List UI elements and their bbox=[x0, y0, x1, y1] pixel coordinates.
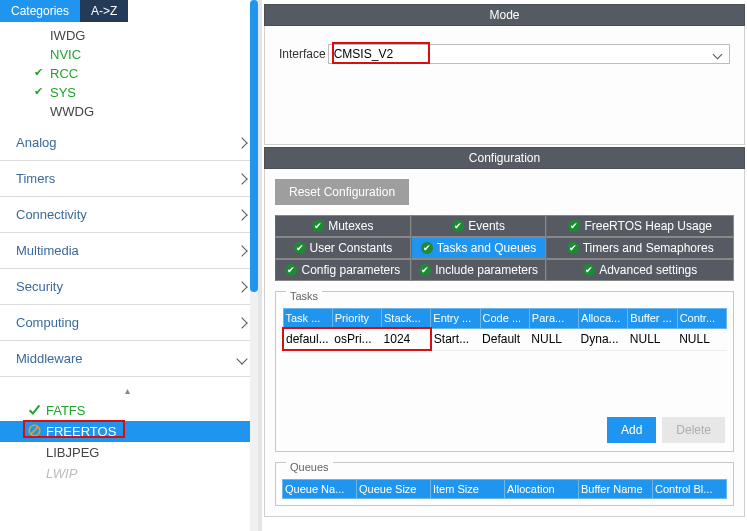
ok-icon: ✔ bbox=[285, 264, 297, 276]
cell-entry: Start... bbox=[431, 328, 480, 350]
ctab-label: Timers and Semaphores bbox=[583, 241, 714, 255]
section-analog[interactable]: Analog bbox=[0, 125, 254, 161]
section-label: Multimedia bbox=[16, 243, 79, 258]
interface-value: CMSIS_V2 bbox=[334, 47, 393, 61]
col-priority[interactable]: Priority bbox=[332, 309, 381, 329]
middleware-list: ▴ FATFS FREERTOS LIBJPEG LWIP bbox=[0, 377, 254, 484]
section-label: Analog bbox=[16, 135, 56, 150]
interface-select[interactable]: CMSIS_V2 bbox=[328, 44, 730, 64]
col-allocation[interactable]: Allocation bbox=[505, 480, 579, 499]
tab-user-constants[interactable]: ✔User Constants bbox=[275, 237, 411, 259]
chevron-right-icon bbox=[236, 209, 247, 220]
svg-line-1 bbox=[30, 426, 38, 434]
tasks-table: Task ... Priority Stack... Entry ... Cod… bbox=[282, 308, 727, 351]
col-queue-name[interactable]: Queue Na... bbox=[283, 480, 357, 499]
section-computing[interactable]: Computing bbox=[0, 305, 254, 341]
tab-advanced-settings[interactable]: ✔Advanced settings bbox=[546, 259, 734, 281]
section-label: Middleware bbox=[16, 351, 82, 366]
ctab-label: Config parameters bbox=[301, 263, 400, 277]
add-task-button[interactable]: Add bbox=[607, 417, 656, 443]
chevron-right-icon bbox=[236, 317, 247, 328]
chevron-right-icon bbox=[236, 245, 247, 256]
chevron-down-icon bbox=[236, 353, 247, 364]
tab-a-to-z[interactable]: A->Z bbox=[80, 0, 128, 22]
tab-mutexes[interactable]: ✔Mutexes bbox=[275, 215, 411, 237]
ctab-label: Include parameters bbox=[435, 263, 538, 277]
ctab-label: User Constants bbox=[310, 241, 393, 255]
tab-categories[interactable]: Categories bbox=[0, 0, 80, 22]
interface-label: Interface bbox=[279, 47, 326, 61]
queues-legend: Queues bbox=[286, 461, 333, 473]
scrollbar-thumb[interactable] bbox=[250, 0, 258, 292]
ok-icon: ✔ bbox=[567, 242, 579, 254]
reset-configuration-button[interactable]: Reset Configuration bbox=[275, 179, 409, 205]
categories-panel: Categories A->Z IWDG NVIC RCC SYS WWDG A… bbox=[0, 0, 262, 531]
ok-icon: ✔ bbox=[312, 220, 324, 232]
ctab-label: Mutexes bbox=[328, 219, 373, 233]
warn-circle-icon bbox=[28, 424, 41, 437]
mw-label: LWIP bbox=[46, 466, 77, 481]
ok-icon: ✔ bbox=[421, 242, 433, 254]
ctab-label: FreeRTOS Heap Usage bbox=[584, 219, 712, 233]
tree-item-wwdg[interactable]: WWDG bbox=[16, 102, 254, 121]
tab-config-params[interactable]: ✔Config parameters bbox=[275, 259, 411, 281]
ok-icon: ✔ bbox=[452, 220, 464, 232]
delete-task-button[interactable]: Delete bbox=[662, 417, 725, 443]
tree-item-rcc[interactable]: RCC bbox=[16, 64, 254, 83]
queues-fieldset: Queues Queue Na... Queue Size Item Size … bbox=[275, 462, 734, 506]
col-param[interactable]: Para... bbox=[529, 309, 578, 329]
section-security[interactable]: Security bbox=[0, 269, 254, 305]
col-queue-size[interactable]: Queue Size bbox=[357, 480, 431, 499]
col-item-size[interactable]: Item Size bbox=[431, 480, 505, 499]
mode-body: Interface CMSIS_V2 bbox=[264, 26, 745, 145]
tab-timers-semaphores[interactable]: ✔Timers and Semaphores bbox=[546, 237, 734, 259]
tab-heap-usage[interactable]: ✔FreeRTOS Heap Usage bbox=[546, 215, 734, 237]
ok-icon: ✔ bbox=[419, 264, 431, 276]
cell-param: NULL bbox=[529, 328, 578, 350]
mw-item-fatfs[interactable]: FATFS bbox=[0, 400, 254, 421]
col-control[interactable]: Contr... bbox=[677, 309, 726, 329]
col-task-name[interactable]: Task ... bbox=[283, 309, 332, 329]
configuration-body: Reset Configuration ✔Mutexes ✔Events ✔Fr… bbox=[264, 169, 745, 517]
section-middleware[interactable]: Middleware bbox=[0, 341, 254, 377]
ok-icon: ✔ bbox=[294, 242, 306, 254]
mw-item-libjpeg[interactable]: LIBJPEG bbox=[0, 442, 254, 463]
col-control-block[interactable]: Control Bl... bbox=[653, 480, 727, 499]
col-stack[interactable]: Stack... bbox=[382, 309, 431, 329]
tree-item-sys[interactable]: SYS bbox=[16, 83, 254, 102]
tasks-buttons: Add Delete bbox=[282, 411, 727, 445]
right-panel: Mode Interface CMSIS_V2 Configuration Re… bbox=[262, 0, 747, 531]
tab-tasks-queues[interactable]: ✔Tasks and Queues bbox=[411, 237, 547, 259]
cell-control: NULL bbox=[677, 328, 726, 350]
ok-icon: ✔ bbox=[583, 264, 595, 276]
mw-item-freertos[interactable]: FREERTOS bbox=[0, 421, 254, 442]
mw-label: LIBJPEG bbox=[46, 445, 99, 460]
task-row[interactable]: defaul... osPri... 1024 Start... Default… bbox=[283, 328, 727, 350]
collapse-handle-icon[interactable]: ▴ bbox=[0, 383, 254, 400]
col-code[interactable]: Code ... bbox=[480, 309, 529, 329]
chevron-right-icon bbox=[236, 173, 247, 184]
chevron-right-icon bbox=[236, 137, 247, 148]
col-buffer[interactable]: Buffer ... bbox=[628, 309, 677, 329]
col-buffer-name[interactable]: Buffer Name bbox=[579, 480, 653, 499]
col-alloc[interactable]: Alloca... bbox=[579, 309, 628, 329]
tasks-header-row: Task ... Priority Stack... Entry ... Cod… bbox=[283, 309, 727, 329]
cell-stack: 1024 bbox=[382, 328, 431, 350]
ctab-label: Events bbox=[468, 219, 505, 233]
mw-item-lwip[interactable]: LWIP bbox=[0, 463, 254, 484]
section-connectivity[interactable]: Connectivity bbox=[0, 197, 254, 233]
queues-table: Queue Na... Queue Size Item Size Allocat… bbox=[282, 479, 727, 499]
tree-item-iwdg[interactable]: IWDG bbox=[16, 26, 254, 45]
mw-label: FATFS bbox=[46, 403, 85, 418]
section-timers[interactable]: Timers bbox=[0, 161, 254, 197]
col-entry[interactable]: Entry ... bbox=[431, 309, 480, 329]
section-multimedia[interactable]: Multimedia bbox=[0, 233, 254, 269]
ctab-label: Tasks and Queues bbox=[437, 241, 536, 255]
tab-include-params[interactable]: ✔Include parameters bbox=[411, 259, 547, 281]
cell-name: defaul... bbox=[283, 328, 332, 350]
tree-item-nvic[interactable]: NVIC bbox=[16, 45, 254, 64]
tab-events[interactable]: ✔Events bbox=[411, 215, 547, 237]
section-label: Connectivity bbox=[16, 207, 87, 222]
cell-buffer: NULL bbox=[628, 328, 677, 350]
interface-row: Interface CMSIS_V2 bbox=[279, 44, 730, 64]
